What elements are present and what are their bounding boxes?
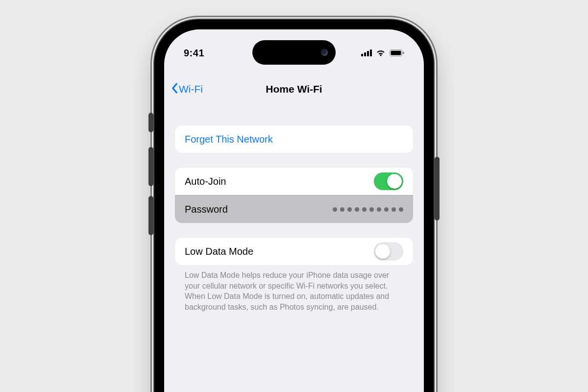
- page-title: Home Wi-Fi: [266, 83, 322, 95]
- password-value-masked: [333, 207, 403, 212]
- group-connection: Auto-Join Password: [175, 168, 413, 223]
- svg-rect-2: [403, 52, 404, 54]
- group-forget: Forget This Network: [175, 125, 413, 153]
- phone-frame: 9:41 Wi-Fi: [154, 20, 434, 392]
- low-data-row: Low Data Mode: [175, 238, 413, 265]
- wifi-icon: [375, 49, 386, 57]
- status-time: 9:41: [184, 48, 204, 59]
- low-data-label: Low Data Mode: [185, 246, 253, 257]
- group-low-data: Low Data Mode: [175, 238, 413, 265]
- password-row[interactable]: Password: [175, 195, 413, 223]
- power-button[interactable]: [435, 157, 440, 220]
- cellular-icon: [361, 49, 372, 56]
- forget-network-button[interactable]: Forget This Network: [175, 125, 413, 153]
- screen: 9:41 Wi-Fi: [164, 29, 424, 392]
- auto-join-label: Auto-Join: [185, 176, 226, 187]
- battery-icon: [390, 49, 404, 56]
- forget-network-label: Forget This Network: [185, 134, 273, 145]
- back-button[interactable]: Wi-Fi: [171, 78, 203, 100]
- auto-join-toggle[interactable]: [374, 172, 403, 190]
- silent-switch[interactable]: [148, 113, 153, 132]
- content: Forget This Network Auto-Join Password: [164, 108, 424, 392]
- status-icons: [361, 49, 404, 57]
- back-label: Wi-Fi: [179, 83, 203, 95]
- low-data-toggle[interactable]: [374, 243, 403, 260]
- status-bar: 9:41: [164, 43, 424, 63]
- low-data-description: Low Data Mode helps reduce your iPhone d…: [175, 265, 413, 312]
- volume-down-button[interactable]: [148, 196, 153, 235]
- stage: 9:41 Wi-Fi: [0, 0, 588, 392]
- nav-bar: Wi-Fi Home Wi-Fi: [164, 78, 424, 100]
- auto-join-row: Auto-Join: [175, 168, 413, 195]
- svg-rect-1: [391, 51, 401, 55]
- volume-up-button[interactable]: [148, 147, 153, 186]
- password-label: Password: [185, 204, 228, 215]
- chevron-left-icon: [171, 83, 178, 96]
